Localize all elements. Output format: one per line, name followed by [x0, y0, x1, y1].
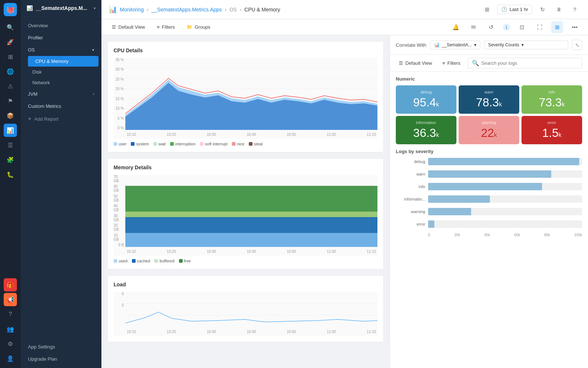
- bar-fill-information: [428, 195, 490, 203]
- sev-card-warning[interactable]: warning 22k: [459, 116, 519, 144]
- megaphone-icon-btn[interactable]: 📢: [4, 293, 17, 306]
- sev-card-info[interactable]: info 73.3k: [521, 85, 582, 114]
- groups-label: Groups: [195, 24, 211, 30]
- right-default-view-button[interactable]: ☰ Default View: [396, 59, 435, 67]
- mail-icon-btn[interactable]: ✉: [467, 21, 479, 33]
- sev-warn-label: warn: [485, 90, 494, 94]
- sev-information-unit: k: [436, 132, 439, 138]
- sidebar-item-jvm[interactable]: JVM ›: [21, 88, 101, 100]
- right-filters-icon: ≡: [442, 60, 445, 66]
- correlate-app-name: __SematextA...: [442, 42, 472, 47]
- sev-warning-unit: k: [494, 132, 497, 138]
- sidebar-item-disk[interactable]: Disk: [25, 67, 101, 77]
- groups-button[interactable]: 📁 Groups: [184, 23, 214, 31]
- users-icon-btn[interactable]: 👥: [4, 322, 17, 336]
- filters-icon: ≡: [157, 24, 160, 30]
- correlate-app-select[interactable]: 📊 __SematextA... ▾: [430, 40, 480, 49]
- globe-icon-btn[interactable]: 🌐: [4, 65, 17, 78]
- sidebar-item-add-report[interactable]: + Add Report: [21, 112, 101, 125]
- sev-information-value: 36.3k: [413, 126, 439, 140]
- bar-fill-debug: [428, 158, 579, 165]
- sidebar-item-network[interactable]: Network: [25, 77, 101, 88]
- bar-row-information: informatio...: [396, 195, 582, 203]
- sev-card-error[interactable]: error 1.5k: [521, 116, 582, 144]
- app-title-icon: 📊: [26, 5, 33, 11]
- cpu-y-axis: 35 % 30 % 25 % 20 % 15 % 10 % 5 % 0 %: [114, 58, 125, 130]
- share-icon-btn[interactable]: ⊡: [516, 21, 528, 33]
- sidebar-item-profiler[interactable]: Profiler: [21, 32, 101, 44]
- apps-grid-icon-btn[interactable]: ⊞: [481, 4, 493, 15]
- sidebar-item-os[interactable]: OS ▾: [21, 44, 101, 56]
- bug-icon-btn[interactable]: 🐛: [4, 168, 17, 181]
- add-report-plus-icon: +: [28, 116, 31, 122]
- search-box[interactable]: 🔍: [468, 58, 582, 68]
- sev-info-unit: k: [562, 101, 565, 107]
- sev-info-label: info: [549, 90, 555, 94]
- network-label: Network: [32, 80, 50, 85]
- sidebar-item-upgrade-plan[interactable]: Upgrade Plan: [21, 353, 101, 365]
- add-report-label: Add Report: [34, 116, 58, 122]
- flag-icon-btn[interactable]: ⚑: [4, 94, 17, 107]
- bar-label-debug: debug: [396, 159, 425, 164]
- undo-icon-btn[interactable]: ↺: [485, 21, 497, 33]
- app-title-chevron: ▾: [94, 6, 96, 10]
- list-icon-btn[interactable]: ☰: [4, 138, 17, 152]
- settings-icon-btn[interactable]: ⚙: [4, 337, 17, 350]
- app-logo[interactable]: 🐙: [4, 3, 17, 16]
- breadcrumb-app[interactable]: __SematextApps.Metrics.Apps: [151, 7, 222, 13]
- refresh-button[interactable]: ↻: [537, 4, 548, 15]
- sidebar-item-overview[interactable]: Overview: [21, 20, 101, 32]
- pause-button[interactable]: ⏸: [553, 4, 564, 15]
- expand-icon-btn[interactable]: ⛶: [534, 21, 545, 33]
- sidebar-item-custom-metrics[interactable]: Custom Metrics: [21, 100, 101, 112]
- severity-select[interactable]: Severity Counts ▾: [484, 40, 568, 49]
- cpu-chart-card: CPU Details 35 % 30 % 25 % 20 % 15 % 10 …: [107, 41, 384, 152]
- search-icon-btn[interactable]: 🔍: [4, 21, 17, 34]
- sev-card-debug[interactable]: debug 95.4k: [396, 85, 456, 114]
- cpu-chart-title: CPU Details: [114, 47, 377, 53]
- help-top-button[interactable]: ?: [569, 4, 581, 15]
- chart-icon-btn[interactable]: 📊: [4, 124, 17, 137]
- sev-warning-label: warning: [482, 120, 496, 125]
- load-chart-plot: [125, 292, 377, 327]
- app-title-text: __SematextApps.M...: [36, 5, 87, 11]
- sidebar-item-cpu-memory[interactable]: CPU & Memory: [28, 56, 98, 67]
- box-icon-btn[interactable]: 📦: [4, 109, 17, 122]
- cpu-chart-legend: user system wait interruption soft inter…: [114, 142, 377, 146]
- avatar-icon-btn[interactable]: 👤: [4, 352, 17, 365]
- search-input[interactable]: [481, 60, 578, 66]
- sev-warning-value: 22k: [481, 126, 497, 140]
- icon-sidebar: 🐙 🔍 🚀 ⊞ 🌐 ⚠ ⚑ 📦 📊 ☰ 🧩 🐛 🎁 📢 ? 👥 ⚙ 👤: [0, 0, 21, 368]
- bar-row-warning: warning: [396, 208, 582, 215]
- default-view-button[interactable]: ☰ Default View: [109, 23, 148, 31]
- rocket-icon-btn[interactable]: 🚀: [4, 35, 17, 49]
- sev-card-information[interactable]: information 36.3k: [396, 116, 456, 144]
- bar-track-info: [428, 183, 582, 190]
- layout-icon-btn[interactable]: ⊞: [551, 21, 563, 33]
- expand-panel-button[interactable]: ⤡: [572, 40, 582, 50]
- alert-icon-btn[interactable]: ⚠: [4, 79, 17, 93]
- gift-icon-btn[interactable]: 🎁: [4, 278, 17, 291]
- bell-icon-btn[interactable]: 🔔: [450, 21, 462, 33]
- more-icon-btn[interactable]: •••: [569, 21, 581, 33]
- app-title[interactable]: 📊 __SematextApps.M... ▾: [21, 0, 101, 17]
- right-filters-label: Filters: [447, 60, 460, 66]
- sev-information-label: information: [416, 120, 436, 125]
- os-label: OS: [28, 47, 35, 53]
- help-icon-btn[interactable]: ?: [4, 308, 17, 321]
- breadcrumb-monitoring[interactable]: Monitoring: [120, 7, 144, 13]
- sidebar-item-app-settings[interactable]: App Settings: [21, 341, 101, 353]
- puzzle-icon-btn[interactable]: 🧩: [4, 153, 17, 166]
- grid-icon-btn[interactable]: ⊞: [4, 50, 17, 63]
- bar-track-error: [428, 220, 582, 228]
- bar-track-warning: [428, 208, 582, 215]
- bar-label-error: error: [396, 222, 425, 226]
- os-chevron: ▾: [92, 48, 94, 52]
- right-filters-button[interactable]: ≡ Filters: [440, 59, 463, 67]
- filters-button[interactable]: ≡ Filters: [154, 23, 178, 31]
- svg-marker-7: [125, 83, 377, 130]
- sev-card-warn[interactable]: warn 78.3k: [459, 85, 519, 114]
- bar-row-warn: warn: [396, 170, 582, 178]
- badge-icon-btn[interactable]: 1: [503, 24, 510, 31]
- time-range-button[interactable]: 🕐 Last 1 hr: [497, 5, 532, 14]
